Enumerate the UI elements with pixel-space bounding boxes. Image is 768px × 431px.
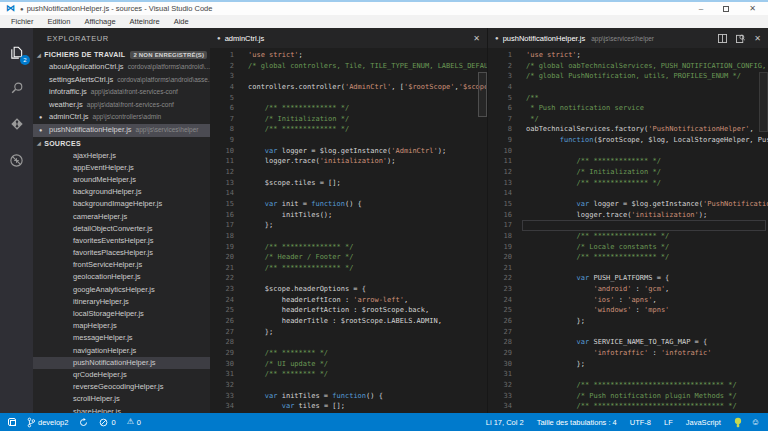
activity-bar: 2	[0, 28, 33, 413]
search-icon[interactable]	[0, 76, 33, 100]
menu-edition[interactable]: Edition	[41, 17, 78, 26]
vscode-window: ⋈ ● pushNotificationHelper.js - sources …	[0, 0, 768, 431]
source-file-appEventHelper.js[interactable]: appEventHelper.js	[33, 162, 210, 174]
debug-icon[interactable]	[0, 148, 33, 172]
source-file-shareHelper.js[interactable]: shareHelper.js	[33, 406, 210, 414]
error-indicator[interactable]: 0	[99, 418, 115, 427]
file-name: weather.js	[49, 100, 83, 109]
current-line-highlight	[522, 220, 766, 231]
editor-pane-1: ● pushNotificationHelper.js app\js\servi…	[487, 28, 768, 413]
scrollbar-thumb[interactable]	[759, 72, 768, 132]
code-area[interactable]: 1234567891011121314151617181920212223242…	[488, 48, 768, 413]
file-path: app\js\data\front-services-conf	[87, 101, 174, 108]
code-lines: 'use strict';/* global controllers, Tile…	[248, 50, 487, 412]
title-bar: ⋈ ● pushNotificationHelper.js - sources …	[0, 2, 768, 15]
source-file-reverseGeocodingHelper.js[interactable]: reverseGeocodingHelper.js	[33, 381, 210, 393]
working-file-adminCtrl.js[interactable]: ●adminCtrl.jsapp\js\controllers\admin	[33, 111, 210, 124]
main-area: 2	[0, 28, 768, 413]
menu-aide[interactable]: Aide	[167, 17, 196, 26]
menu-affichage[interactable]: Affichage	[77, 17, 122, 26]
source-file-pushNotificationHelper.js[interactable]: pushNotificationHelper.js	[33, 357, 210, 369]
preview-icon[interactable]	[736, 34, 745, 43]
feedback-smiley-icon[interactable]: ☺	[751, 418, 760, 427]
file-name: aboutApplicationCtrl.js	[49, 62, 124, 71]
close-editor-icon[interactable]: ✕	[754, 34, 761, 43]
source-file-messageHelper.js[interactable]: messageHelper.js	[33, 332, 210, 344]
warning-count: 0	[137, 418, 141, 427]
file-path: cordova\platforms\android\asse...	[117, 76, 210, 83]
code-area[interactable]: 1234567891011121314151617181920212223242…	[210, 48, 487, 413]
source-file-localStorageHelper.js[interactable]: localStorageHelper.js	[33, 308, 210, 320]
file-name: settingsAlertsCtrl.js	[49, 75, 113, 84]
working-file-settingsAlertsCtrl.js[interactable]: settingsAlertsCtrl.jscordova\platforms\a…	[33, 74, 210, 87]
feedback-square-icon[interactable]	[8, 418, 16, 426]
error-count: 0	[111, 418, 115, 427]
source-file-geolocationHelper.js[interactable]: geolocationHelper.js	[33, 271, 210, 283]
sources-header[interactable]: ◢ SOURCES	[33, 137, 210, 150]
menu-fichier[interactable]: Fichier	[4, 17, 41, 26]
branch-name: develop2	[38, 418, 68, 427]
branch-icon	[27, 417, 35, 428]
tab-path: app\js\services\helper	[591, 35, 654, 42]
dirty-dot: ●	[495, 35, 499, 41]
language-indicator[interactable]: JavaScript	[686, 418, 721, 427]
working-files-list: aboutApplicationCtrl.jscordova\platforms…	[33, 61, 210, 137]
source-file-backgroundHelper.js[interactable]: backgroundHelper.js	[33, 186, 210, 198]
title-dirty-dot: ●	[20, 6, 24, 12]
source-file-aroundMeHelper.js[interactable]: aroundMeHelper.js	[33, 174, 210, 186]
split-editor-icon[interactable]	[718, 34, 727, 43]
source-file-detailObjectConverter.js[interactable]: detailObjectConverter.js	[33, 223, 210, 235]
tab-adminctrl[interactable]: adminCtrl.js	[225, 34, 265, 43]
sync-button[interactable]	[79, 418, 88, 427]
cursor-position[interactable]: Li 17, Col 2	[486, 418, 524, 427]
working-file-weather.js[interactable]: weather.jsapp\js\data\front-services-con…	[33, 99, 210, 112]
source-file-backgroundImageHelper.js[interactable]: backgroundImageHelper.js	[33, 198, 210, 210]
source-file-favoritesEventsHelper.js[interactable]: favoritesEventsHelper.js	[33, 235, 210, 247]
maximize-button[interactable]	[723, 6, 729, 12]
menu-atteindre[interactable]: Atteindre	[123, 17, 167, 26]
file-name: infotraffic.js	[49, 87, 87, 96]
source-file-googleAnalyticsHelper.js[interactable]: googleAnalyticsHelper.js	[33, 284, 210, 296]
editor-pane-0: ● adminCtrl.js ✕ 12345678910111213141516…	[210, 28, 487, 413]
editor-title-bar-right: ● pushNotificationHelper.js app\js\servi…	[488, 28, 768, 48]
error-icon	[99, 418, 108, 427]
explorer-sidebar: EXPLORATEUR ◢ FICHIERS DE TRAVAIL 2 NON …	[33, 28, 210, 413]
source-file-cameraHelper.js[interactable]: cameraHelper.js	[33, 211, 210, 223]
lightbulb-icon[interactable]	[734, 417, 742, 428]
sources-label: SOURCES	[44, 140, 81, 147]
vscode-logo-icon: ⋈	[6, 4, 15, 13]
sources-list: ajaxHelper.jsappEventHelper.jsaroundMeHe…	[33, 150, 210, 413]
source-file-frontServiceHelper.js[interactable]: frontServiceHelper.js	[33, 259, 210, 271]
source-control-icon[interactable]	[0, 112, 33, 136]
source-file-itineraryHelper.js[interactable]: itineraryHelper.js	[33, 296, 210, 308]
working-file-infotraffic.js[interactable]: infotraffic.jsapp\js\data\front-services…	[33, 86, 210, 99]
eol-indicator[interactable]: LF	[664, 418, 673, 427]
sync-icon	[79, 418, 88, 427]
tab-size-indicator[interactable]: Taille des tabulations : 4	[537, 418, 617, 427]
close-editor-icon[interactable]: ✕	[473, 34, 480, 43]
source-file-navigationHelper.js[interactable]: navigationHelper.js	[33, 345, 210, 357]
source-file-qrCodeHelper.js[interactable]: qrCodeHelper.js	[33, 369, 210, 381]
working-file-aboutApplicationCtrl.js[interactable]: aboutApplicationCtrl.jscordova\platforms…	[33, 61, 210, 74]
scrollbar-thumb[interactable]	[478, 72, 487, 117]
working-files-header[interactable]: ◢ FICHIERS DE TRAVAIL 2 NON ENREGISTRÉ(S…	[33, 48, 210, 61]
window-title: pushNotificationHelper.js - sources - Vi…	[27, 4, 213, 13]
sidebar-title: EXPLORATEUR	[33, 28, 210, 48]
git-branch-indicator[interactable]: develop2	[27, 417, 68, 428]
status-bar: develop2 0 ⚠ 0 Li 17, Col 2 Taille des t…	[0, 413, 768, 431]
encoding-indicator[interactable]: UTF-8	[630, 418, 651, 427]
explorer-icon[interactable]: 2	[0, 40, 33, 64]
tab-pushnotificationhelper[interactable]: pushNotificationHelper.js	[503, 34, 586, 43]
source-file-scrollHelper.js[interactable]: scrollHelper.js	[33, 393, 210, 405]
source-file-mapHelper.js[interactable]: mapHelper.js	[33, 320, 210, 332]
warning-icon: ⚠	[127, 418, 134, 426]
source-file-favoritesPlacesHelper.js[interactable]: favoritesPlacesHelper.js	[33, 247, 210, 259]
source-file-ajaxHelper.js[interactable]: ajaxHelper.js	[33, 150, 210, 162]
working-files-label: FICHIERS DE TRAVAIL	[44, 51, 125, 58]
explorer-badge: 2	[20, 55, 30, 65]
minimize-button[interactable]: –	[699, 4, 703, 14]
close-button[interactable]: ✕	[749, 4, 756, 14]
warning-indicator[interactable]: ⚠ 0	[127, 418, 141, 427]
working-file-pushNotificationHelper.js[interactable]: ●pushNotificationHelper.jsapp\js\service…	[33, 124, 210, 137]
chevron-expanded-icon: ◢	[37, 140, 41, 146]
